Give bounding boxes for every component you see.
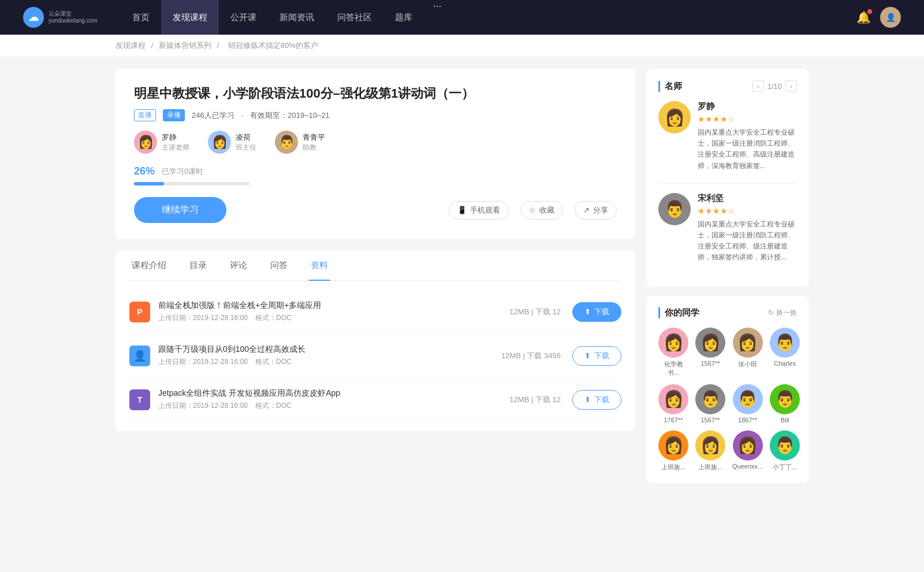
teacher-stars-1: ★★★★☆ xyxy=(698,114,797,124)
progress-label: 已学习0课时 xyxy=(162,166,203,177)
student-avatar-10: 👩 xyxy=(695,430,725,460)
bell-icon[interactable]: 🔔 xyxy=(856,10,871,24)
file-icon-2: 👤 xyxy=(129,346,150,366)
refresh-button[interactable]: ↻ 换一换 xyxy=(768,308,797,318)
file-name-2: 跟随千万级项目从0到100全过程高效成长 xyxy=(158,344,501,355)
student-name-1: 化学教书... xyxy=(658,360,688,377)
separator: · xyxy=(241,111,244,120)
student-item-9: 👩 上班族... xyxy=(658,430,688,471)
continue-button[interactable]: 继续学习 xyxy=(134,197,226,223)
file-info-1: 前端全栈加强版！前端全栈+全周期+多端应用 上传日期：2019-12-28 16… xyxy=(158,300,509,323)
teacher-avatar-1: 👩 xyxy=(134,131,157,154)
teacher-info-2: 凌荷 班主任 xyxy=(236,132,256,153)
download-button-1[interactable]: ⬆ 下载 xyxy=(572,302,621,322)
valid-until: 有效期至：2019–10–21 xyxy=(250,110,329,121)
student-item-12: 👨 小丁丁... xyxy=(770,430,800,471)
student-item-8: 👨 Bill xyxy=(770,384,800,424)
students-card: 你的同学 ↻ 换一换 👩 化学教书... 👩 1567** 👩 张小田 xyxy=(647,296,808,483)
divider xyxy=(658,183,797,184)
file-name-1: 前端全栈加强版！前端全栈+全周期+多端应用 xyxy=(158,300,509,311)
nav-qa[interactable]: 问答社区 xyxy=(326,0,383,35)
file-info-3: Jetpack全组件实战 开发短视频应用高仿皮皮虾App 上传日期：2019-1… xyxy=(158,388,509,411)
teacher-card-right-2: 宋利坚 ★★★★☆ 国内某重点大学安全工程专业硕士，国家一级注册消防工程师、注册… xyxy=(698,193,797,263)
teachers-prev-button[interactable]: ‹ xyxy=(752,80,764,92)
nav-news[interactable]: 新闻资讯 xyxy=(268,0,326,35)
mobile-label: 手机观看 xyxy=(470,205,500,216)
navigation: ☁ 云朵课堂 yunduoketang.com 首页 发现课程 公开课 新闻资讯… xyxy=(0,0,924,35)
tab-resources[interactable]: 资料 xyxy=(308,251,330,280)
file-size-2: 12MB | 下载 3456 xyxy=(501,351,561,361)
nav-more[interactable]: ··· xyxy=(424,0,451,35)
teachers-card-nav: ‹ 1/10 › xyxy=(752,80,797,92)
mobile-icon: 📱 xyxy=(457,206,467,214)
student-item-1: 👩 化学教书... xyxy=(658,328,688,377)
tab-intro[interactable]: 课程介绍 xyxy=(129,251,169,280)
nav-right: 🔔 👤 xyxy=(856,7,901,28)
download-icon-1: ⬆ xyxy=(584,307,591,316)
download-button-2[interactable]: ⬆ 下载 xyxy=(572,346,621,366)
breadcrumb-link-series[interactable]: 新媒体营销系列 xyxy=(159,41,211,50)
share-button[interactable]: ↗ 分享 xyxy=(575,201,617,220)
course-teachers: 👩 罗静 主讲老师 👩 凌荷 班主任 👨 青青平 xyxy=(134,131,617,154)
tag-record: 录播 xyxy=(163,109,185,121)
teacher-name-1: 罗静 xyxy=(162,132,189,143)
file-size-1: 12MB | 下载 12 xyxy=(509,307,561,317)
tab-directory[interactable]: 目录 xyxy=(187,251,209,280)
progress-section: 26% 已学习0课时 xyxy=(134,165,617,185)
student-name-9: 上班族... xyxy=(661,463,685,471)
file-icon-1: P xyxy=(129,302,150,322)
collect-label: 收藏 xyxy=(539,205,554,216)
nav-quiz[interactable]: 题库 xyxy=(383,0,424,35)
student-item-6: 👨 1567** xyxy=(695,384,725,424)
student-item-2: 👩 1567** xyxy=(695,328,725,377)
logo[interactable]: ☁ 云朵课堂 yunduoketang.com xyxy=(23,7,98,28)
teachers-card-header: 名师 ‹ 1/10 › xyxy=(658,80,797,92)
student-avatar-9: 👩 xyxy=(658,430,688,460)
student-item-3: 👩 张小田 xyxy=(732,328,763,377)
student-name-6: 1567** xyxy=(701,417,720,424)
download-button-3[interactable]: ⬆ 下载 xyxy=(572,390,621,410)
download-label-3: 下载 xyxy=(594,395,609,405)
download-icon-2: ⬆ xyxy=(584,351,591,360)
notification-dot xyxy=(867,9,872,14)
download-label-1: 下载 xyxy=(594,307,609,317)
teacher-item-1: 👩 罗静 主讲老师 xyxy=(134,131,189,154)
action-row: 继续学习 📱 手机观看 ☆ 收藏 ↗ 分享 xyxy=(134,197,617,223)
user-avatar[interactable]: 👤 xyxy=(880,7,901,28)
mobile-watch-button[interactable]: 📱 手机观看 xyxy=(449,201,509,220)
file-meta-3: 上传日期：2019-12-28 16:00 格式：DOC xyxy=(158,401,509,411)
teachers-card: 名师 ‹ 1/10 › 👩 罗静 ★★★★☆ 国内某重点大学安全工程专业硕士，国… xyxy=(647,69,808,287)
student-item-7: 👨 1867** xyxy=(732,384,763,424)
logo-icon: ☁ xyxy=(23,7,44,28)
progress-bar-fill xyxy=(134,182,164,185)
student-item-11: 👩 Queenxx... xyxy=(732,430,763,471)
teacher-card-desc-2: 国内某重点大学安全工程专业硕士，国家一级注册消防工程师、注册安全工程师、级注册建… xyxy=(698,219,797,263)
course-meta: 直播 录播 246人已学习 · 有效期至：2019–10–21 xyxy=(134,109,617,121)
student-avatar-8: 👨 xyxy=(770,384,800,414)
left-panel: 明星中教授课，小学阶段语法100分–强化级第1讲动词（一） 直播 录播 246人… xyxy=(116,69,635,492)
tab-qa[interactable]: 问答 xyxy=(268,251,290,280)
progress-header: 26% 已学习0课时 xyxy=(134,165,617,177)
student-avatar-12: 👨 xyxy=(770,430,800,460)
nav-open[interactable]: 公开课 xyxy=(219,0,268,35)
student-name-5: 1767** xyxy=(664,417,683,424)
student-avatar-11: 👩 xyxy=(733,430,763,460)
teacher-card-avatar-2: 👨 xyxy=(658,193,691,225)
teacher-item-2: 👩 凌荷 班主任 xyxy=(208,131,256,154)
breadcrumb-link-discover[interactable]: 发现课程 xyxy=(116,41,146,50)
star-icon: ☆ xyxy=(529,206,536,214)
main-layout: 明星中教授课，小学阶段语法100分–强化级第1讲动词（一） 直播 录播 246人… xyxy=(0,57,924,504)
teacher-name-2: 凌荷 xyxy=(236,132,256,143)
teacher-info-1: 罗静 主讲老师 xyxy=(162,132,189,153)
nav-discover[interactable]: 发现课程 xyxy=(161,0,219,35)
tab-comments[interactable]: 评论 xyxy=(228,251,249,280)
student-name-3: 张小田 xyxy=(738,360,757,369)
tabs-header: 课程介绍 目录 评论 问答 资料 xyxy=(129,251,621,281)
teachers-next-button[interactable]: › xyxy=(785,80,797,92)
students-card-header: 你的同学 ↻ 换一换 xyxy=(658,307,797,318)
nav-home[interactable]: 首页 xyxy=(121,0,161,35)
student-name-12: 小丁丁... xyxy=(773,463,797,471)
teacher-info-3: 青青平 助教 xyxy=(303,132,325,153)
student-avatar-2: 👩 xyxy=(695,328,725,358)
collect-button[interactable]: ☆ 收藏 xyxy=(520,201,563,220)
